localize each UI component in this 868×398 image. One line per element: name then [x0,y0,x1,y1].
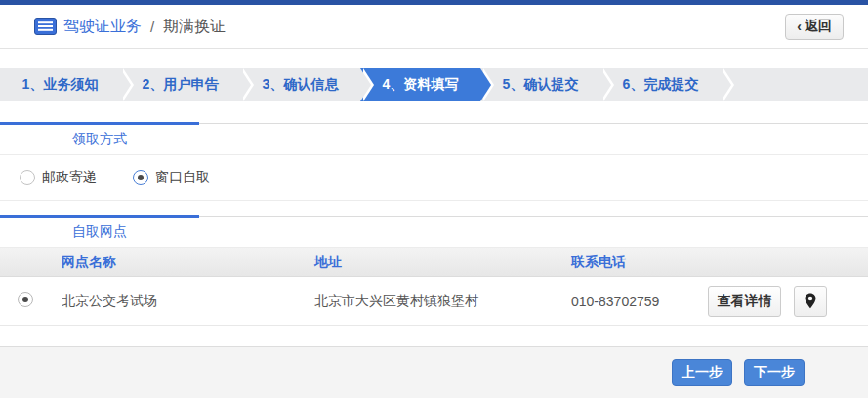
step-1-business-notice[interactable]: 1、业务须知 [0,68,120,101]
pickup-locations-header-row: 自取网点 [0,217,868,248]
radio-window-pickup-selected[interactable] [133,170,148,185]
header-title-group: 驾驶证业务 / 期满换证 [34,17,785,37]
pickup-method-section-title: 领取方式 [0,131,199,148]
back-button[interactable]: ‹ 返回 [785,14,844,40]
next-step-button[interactable]: 下一步 [744,359,805,386]
option-window-pickup[interactable]: 窗口自取 [133,169,210,186]
map-location-button[interactable] [794,286,827,317]
view-details-button[interactable]: 查看详情 [708,286,781,317]
pickup-method-section: 领取方式 邮政寄递 窗口自取 [0,123,868,201]
row-actions: 查看详情 [708,286,868,317]
option-postal-delivery-label: 邮政寄递 [42,169,97,186]
location-address: 北京市大兴区黄村镇狼堡村 [314,293,571,310]
pickup-locations-section: 自取网点 网点名称 地址 联系电话 北京公交考试场 北京市大兴区黄村镇狼堡村 0… [0,216,868,326]
chevron-left-icon: ‹ [797,19,802,34]
row-radio-cell [0,292,62,310]
location-pin-icon [805,293,816,309]
column-header-phone: 联系电话 [571,254,708,271]
back-button-label: 返回 [805,18,832,35]
location-phone: 010-83702759 [571,294,708,309]
column-header-name: 网点名称 [62,254,314,271]
step-5-confirm-submit[interactable]: 5、确认提交 [480,68,600,101]
pickup-method-header-row: 领取方式 [0,124,868,155]
pickup-method-options-row: 邮政寄递 窗口自取 [0,155,868,201]
form-list-icon [34,18,57,35]
locations-table-header: 网点名称 地址 联系电话 [0,248,868,277]
radio-location-selected[interactable] [18,292,33,307]
previous-step-button[interactable]: 上一步 [672,359,732,386]
step-3-confirm-info[interactable]: 3、确认信息 [240,68,360,101]
step-4-fill-data-active[interactable]: 4、资料填写 [360,68,480,101]
wizard-footer: 上一步 下一步 [0,346,868,398]
location-name: 北京公交考试场 [62,293,314,310]
page-header: 驾驶证业务 / 期满换证 ‹ 返回 [0,5,868,49]
step-2-user-declaration[interactable]: 2、用户申告 [120,68,240,101]
step-progress-bar: 1、业务须知 2、用户申告 3、确认信息 4、资料填写 5、确认提交 6、完成提… [0,68,868,101]
option-postal-delivery[interactable]: 邮政寄递 [20,169,97,186]
radio-postal-delivery[interactable] [20,170,35,185]
step-6-complete-submit[interactable]: 6、完成提交 [600,68,721,101]
step-bar-filler [721,68,868,101]
table-row-location[interactable]: 北京公交考试场 北京市大兴区黄村镇狼堡村 010-83702759 查看详情 [0,277,868,326]
page-title-category: 驾驶证业务 [63,17,142,37]
option-window-pickup-label: 窗口自取 [155,169,210,186]
pickup-locations-section-title: 自取网点 [0,223,199,241]
breadcrumb-separator: / [150,19,154,35]
column-header-address: 地址 [314,254,571,271]
page: 驾驶证业务 / 期满换证 ‹ 返回 1、业务须知 2、用户申告 3、确认信息 4… [0,0,868,398]
page-title-service: 期满换证 [163,17,226,37]
